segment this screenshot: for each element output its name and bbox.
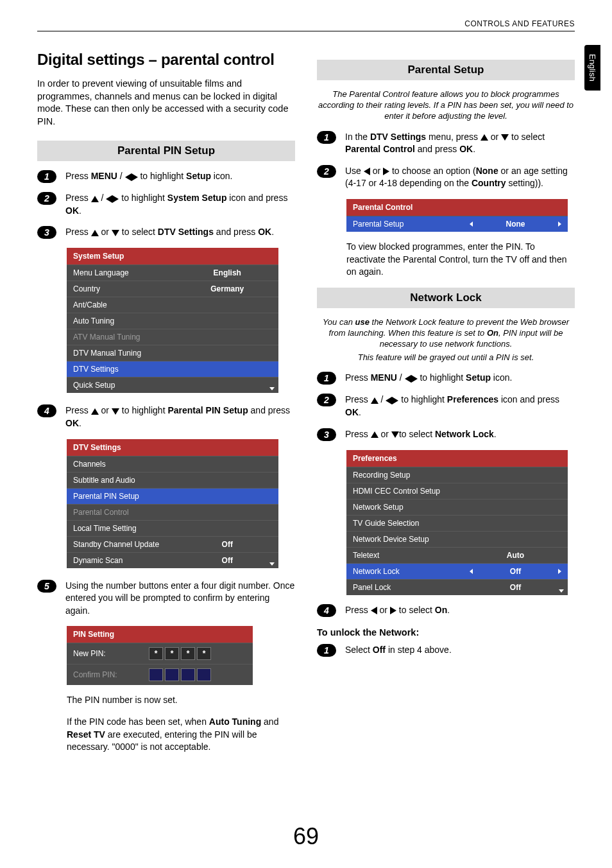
arrow-right-icon bbox=[383, 168, 389, 175]
text: In the bbox=[345, 132, 370, 142]
text: or bbox=[378, 429, 391, 439]
scroll-down-icon bbox=[269, 562, 275, 566]
menu-title: Parental Control bbox=[346, 199, 568, 216]
sub-heading-network-lock: Network Lock bbox=[317, 288, 575, 308]
text-bold: Network Lock bbox=[435, 429, 494, 439]
menu-label: Network Lock bbox=[353, 567, 470, 576]
arrow-right-icon bbox=[112, 195, 119, 203]
step-number-icon: 1 bbox=[37, 170, 56, 183]
arrow-right-icon bbox=[390, 607, 396, 614]
pin-cell-empty bbox=[149, 668, 163, 681]
arrow-left-icon bbox=[405, 375, 411, 383]
menu-row: DTV Manual Tuning bbox=[67, 345, 278, 361]
ps-step-2: 2 Use or to choose an option (None or an… bbox=[317, 165, 575, 190]
step-number-icon: 1 bbox=[317, 644, 336, 657]
arrow-left-icon bbox=[371, 607, 377, 614]
pin-row-new: New PIN: * * * * bbox=[67, 643, 253, 664]
unlock-step-1: 1 Select Off in step 4 above. bbox=[317, 644, 575, 657]
menu-label: Channels bbox=[73, 460, 106, 469]
menu-row-selected: Parental PIN Setup bbox=[67, 488, 278, 504]
pin-cell: * bbox=[197, 647, 211, 660]
text: menu, press bbox=[426, 132, 480, 142]
text: . bbox=[359, 407, 361, 417]
menu-label: Local Time Setting bbox=[73, 524, 137, 533]
text: . bbox=[473, 144, 475, 154]
arrow-up-icon bbox=[91, 230, 99, 236]
text: . bbox=[494, 429, 497, 439]
page-number: 69 bbox=[0, 823, 612, 850]
step-4: 4 Press or to highlight Parental PIN Set… bbox=[37, 404, 295, 430]
arrow-up-icon bbox=[371, 431, 378, 438]
step-text: Using the number buttons enter a four di… bbox=[65, 580, 295, 618]
menu-row-selected: Parental Setup None bbox=[346, 216, 568, 232]
step-number-icon: 2 bbox=[317, 165, 336, 178]
scroll-down-icon bbox=[559, 589, 564, 593]
menu-row: Network Setup bbox=[346, 499, 568, 515]
arrow-right-icon bbox=[558, 569, 561, 574]
text-bold: Auto Tuning bbox=[209, 716, 261, 727]
text: and press bbox=[214, 227, 258, 237]
text: Use bbox=[345, 166, 364, 176]
page-header: CONTROLS AND FEATURES bbox=[37, 19, 575, 31]
menu-label: Network Device Setup bbox=[353, 535, 470, 544]
text-bold: OK bbox=[345, 407, 359, 417]
pin-cell-empty bbox=[197, 668, 211, 681]
svg-text:5: 5 bbox=[44, 581, 49, 591]
menu-label: Standby Channel Update bbox=[73, 540, 183, 549]
nl-step-3: 3 Press or to select Network Lock. bbox=[317, 428, 575, 441]
menu-row: Ant/Cable bbox=[67, 297, 278, 313]
menu-row: Menu LanguageEnglish bbox=[67, 265, 278, 281]
text: setting)). bbox=[506, 178, 543, 188]
arrow-right-icon bbox=[411, 375, 418, 383]
menu-row: Channels bbox=[67, 456, 278, 472]
svg-text:4: 4 bbox=[323, 605, 329, 616]
ps-step-1: 1 In the DTV Settings menu, press or to … bbox=[317, 131, 575, 156]
menu-label: Recording Setup bbox=[353, 471, 470, 480]
text: icon and press bbox=[498, 394, 559, 404]
text-bold: Setup bbox=[186, 171, 211, 181]
text-bold: OK bbox=[65, 418, 79, 428]
menu-label: DTV Settings bbox=[73, 365, 119, 374]
text-bold: On bbox=[487, 328, 498, 338]
menu-label: Menu Language bbox=[73, 268, 183, 277]
svg-text:3: 3 bbox=[44, 227, 49, 238]
menu-value: English bbox=[183, 268, 273, 277]
menu-row-disabled: Parental Control bbox=[67, 504, 278, 520]
menu-label: Teletext bbox=[353, 551, 470, 560]
text: to highlight bbox=[398, 394, 447, 404]
text: to select bbox=[399, 429, 435, 439]
menu-label: Auto Tuning bbox=[73, 317, 114, 326]
menu-label: Parental Control bbox=[73, 508, 129, 517]
step-number-icon: 3 bbox=[317, 428, 336, 441]
text: . bbox=[79, 205, 81, 216]
text: . bbox=[271, 227, 274, 237]
pin-cell-empty bbox=[181, 668, 195, 681]
menu-title: PIN Setting bbox=[67, 626, 253, 643]
menu-value: Off bbox=[183, 540, 273, 549]
nl-step-2: 2 Press / to highlight Preferences icon … bbox=[317, 394, 575, 419]
arrow-up-icon bbox=[91, 408, 99, 415]
menu-row-disabled: ATV Manual Tuning bbox=[67, 329, 278, 345]
menu-label: Country bbox=[73, 284, 183, 293]
pin-label: New PIN: bbox=[73, 649, 131, 658]
menu-label: Panel Lock bbox=[353, 583, 470, 592]
svg-text:2: 2 bbox=[44, 193, 49, 204]
menu-row: HDMI CEC Control Setup bbox=[346, 483, 568, 499]
menu-title: Preferences bbox=[346, 450, 568, 467]
arrow-down-icon bbox=[501, 134, 509, 141]
menu-row: TeletextAuto bbox=[346, 547, 568, 563]
text: to highlight bbox=[119, 405, 168, 415]
note-text: If the PIN code has been set, when Auto … bbox=[67, 716, 295, 754]
text-bold: MENU bbox=[371, 372, 397, 383]
arrow-right-icon bbox=[132, 173, 138, 181]
step-number-icon: 1 bbox=[317, 372, 336, 385]
text-bold: Parental Control bbox=[345, 144, 415, 154]
menu-row: Local Time Setting bbox=[67, 520, 278, 536]
step-number-icon: 2 bbox=[37, 192, 56, 205]
menu-row: Auto Tuning bbox=[67, 313, 278, 329]
left-column: Digital settings – parental control In o… bbox=[37, 51, 295, 763]
text-bold: Preferences bbox=[447, 394, 498, 404]
text: and bbox=[261, 716, 278, 727]
text-bold: Reset TV bbox=[67, 729, 105, 740]
arrow-down-icon bbox=[112, 408, 119, 415]
